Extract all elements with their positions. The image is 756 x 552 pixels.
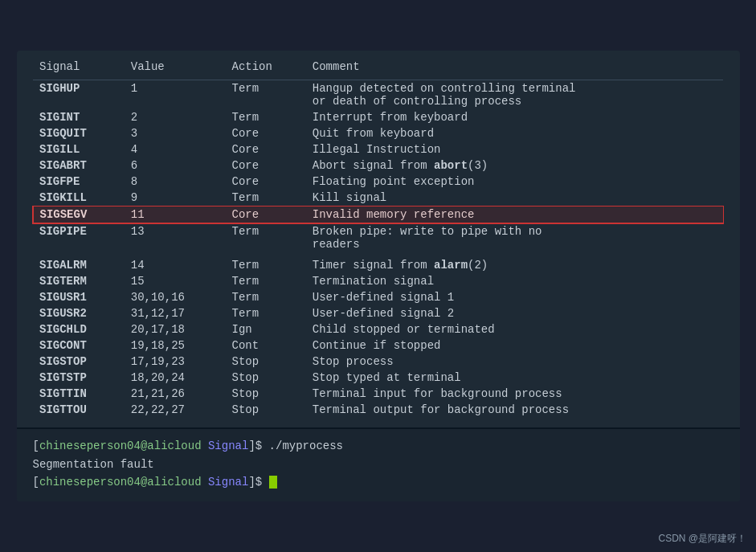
- signal-name-cell: SIGHUP: [33, 80, 125, 110]
- signal-name-cell: SIGINT: [33, 109, 125, 125]
- signal-action-cell: Stop: [225, 402, 305, 418]
- signal-comment-cell: Timer signal from alarm(2): [306, 257, 723, 273]
- signal-comment-cell: Abort signal from abort(3): [306, 157, 723, 174]
- signal-comment-cell: Broken pipe: write to pipe with noreader…: [306, 223, 723, 253]
- signal-comment-cell: Terminal output for background process: [306, 402, 723, 418]
- terminal-bottom: [chineseperson04@alicloud Signal]$ ./myp…: [17, 427, 740, 501]
- signal-value-cell: 19,18,25: [125, 337, 226, 354]
- table-row: SIGPIPE13TermBroken pipe: write to pipe …: [33, 223, 723, 253]
- signal-comment-cell: Terminal input for background process: [306, 386, 723, 402]
- signal-comment-cell: Stop process: [306, 354, 723, 370]
- table-row: SIGUSR130,10,16TermUser-defined signal 1: [33, 289, 723, 305]
- table-row: SIGTSTP18,20,24StopStop typed at termina…: [33, 370, 723, 386]
- signal-action-cell: Core: [225, 174, 305, 190]
- signal-action-cell: Term: [225, 273, 305, 289]
- signal-comment-cell: Termination signal: [306, 273, 723, 289]
- prompt-user: chineseperson04: [39, 440, 141, 452]
- signal-table: Signal Value Action Comment SIGHUP1TermH…: [33, 57, 724, 418]
- signal-name-cell: SIGABRT: [33, 157, 125, 174]
- segfault-output: Segmentation fault: [33, 456, 724, 473]
- signal-name-cell: SIGTTIN: [33, 386, 125, 402]
- signal-value-cell: 2: [125, 109, 226, 125]
- signal-value-cell: 30,10,16: [125, 289, 226, 305]
- signal-value-cell: 4: [125, 141, 226, 157]
- signal-name-cell: SIGILL: [33, 141, 125, 157]
- signal-name-cell: SIGSTOP: [33, 354, 125, 370]
- prompt2-bracket-open: [: [33, 476, 39, 489]
- col-value: Value: [125, 57, 226, 80]
- command-text: ./myprocess: [262, 440, 343, 452]
- signal-comment-cell: Hangup detected on controlling terminalo…: [306, 80, 723, 110]
- signal-value-cell: 13: [125, 223, 226, 253]
- signal-comment-cell: Interrupt from keyboard: [306, 109, 723, 125]
- signal-action-cell: Core: [225, 157, 305, 174]
- signal-value-cell: 1: [125, 80, 226, 110]
- table-row: SIGTTOU22,22,27StopTerminal output for b…: [33, 402, 723, 418]
- col-signal: Signal: [33, 57, 125, 80]
- main-container: Signal Value Action Comment SIGHUP1TermH…: [0, 0, 756, 552]
- signal-action-cell: Core: [225, 125, 305, 141]
- terminal-cursor: [269, 476, 277, 489]
- signal-comment-cell: User-defined signal 1: [306, 289, 723, 305]
- signal-action-cell: Stop: [225, 386, 305, 402]
- signal-value-cell: 8: [125, 174, 226, 190]
- terminal-window: Signal Value Action Comment SIGHUP1TermH…: [17, 51, 740, 501]
- table-row: SIGILL4CoreIllegal Instruction: [33, 141, 723, 157]
- prompt2-user: chineseperson04: [39, 476, 141, 489]
- signal-action-cell: Ign: [225, 321, 305, 337]
- signal-action-cell: Term: [225, 305, 305, 321]
- signal-comment-cell: Invalid memory reference: [306, 206, 723, 223]
- table-row: SIGABRT6CoreAbort signal from abort(3): [33, 157, 723, 174]
- prompt-bracket-close: ]: [248, 440, 255, 452]
- signal-table-area: Signal Value Action Comment SIGHUP1TermH…: [17, 51, 740, 427]
- signal-name-cell: SIGUSR1: [33, 289, 125, 305]
- table-row: SIGSTOP17,19,23StopStop process: [33, 354, 723, 370]
- col-action: Action: [225, 57, 305, 80]
- signal-comment-cell: Stop typed at terminal: [306, 370, 723, 386]
- signal-action-cell: Term: [225, 109, 305, 125]
- signal-name-cell: SIGKILL: [33, 190, 125, 206]
- table-row: SIGALRM14TermTimer signal from alarm(2): [33, 257, 723, 273]
- watermark-text: CSDN @是阿建呀！: [658, 532, 746, 546]
- prompt2-dir: Signal: [208, 476, 248, 489]
- table-header-row: Signal Value Action Comment: [33, 57, 723, 80]
- signal-name-cell: SIGPIPE: [33, 223, 125, 253]
- signal-comment-cell: Kill signal: [306, 190, 723, 206]
- signal-value-cell: 6: [125, 157, 226, 174]
- signal-value-cell: 17,19,23: [125, 354, 226, 370]
- signal-action-cell: Term: [225, 80, 305, 110]
- table-row: SIGTTIN21,21,26StopTerminal input for ba…: [33, 386, 723, 402]
- signal-value-cell: 22,22,27: [125, 402, 226, 418]
- terminal-line-3: [chineseperson04@alicloud Signal]$: [33, 473, 724, 491]
- signal-comment-cell: Floating point exception: [306, 174, 723, 190]
- prompt-dollar: $: [255, 440, 262, 452]
- signal-value-cell: 31,12,17: [125, 305, 226, 321]
- signal-action-cell: Term: [225, 190, 305, 206]
- signal-comment-cell: Quit from keyboard: [306, 125, 723, 141]
- signal-name-cell: SIGTERM: [33, 273, 125, 289]
- signal-action-cell: Term: [225, 289, 305, 305]
- signal-value-cell: 9: [125, 190, 226, 206]
- signal-value-cell: 14: [125, 257, 226, 273]
- terminal-line-1: [chineseperson04@alicloud Signal]$ ./myp…: [33, 437, 724, 455]
- prompt-space: [202, 440, 208, 452]
- table-row: SIGQUIT3CoreQuit from keyboard: [33, 125, 723, 141]
- prompt-host: alicloud: [147, 440, 201, 452]
- table-row: SIGKILL9TermKill signal: [33, 190, 723, 206]
- signal-value-cell: 3: [125, 125, 226, 141]
- signal-value-cell: 20,17,18: [125, 321, 226, 337]
- col-comment: Comment: [306, 57, 723, 80]
- table-row: SIGSEGV11CoreInvalid memory reference: [33, 206, 723, 223]
- signal-value-cell: 18,20,24: [125, 370, 226, 386]
- signal-name-cell: SIGTSTP: [33, 370, 125, 386]
- signal-action-cell: Core: [225, 206, 305, 223]
- prompt2-dollar: $: [255, 476, 262, 489]
- signal-action-cell: Cont: [225, 337, 305, 354]
- prompt2-space: [202, 476, 208, 489]
- table-row: SIGCHLD20,17,18IgnChild stopped or termi…: [33, 321, 723, 337]
- signal-name-cell: SIGALRM: [33, 257, 125, 273]
- signal-value-cell: 15: [125, 273, 226, 289]
- table-row: SIGTERM15TermTermination signal: [33, 273, 723, 289]
- table-row: SIGFPE8CoreFloating point exception: [33, 174, 723, 190]
- signal-name-cell: SIGUSR2: [33, 305, 125, 321]
